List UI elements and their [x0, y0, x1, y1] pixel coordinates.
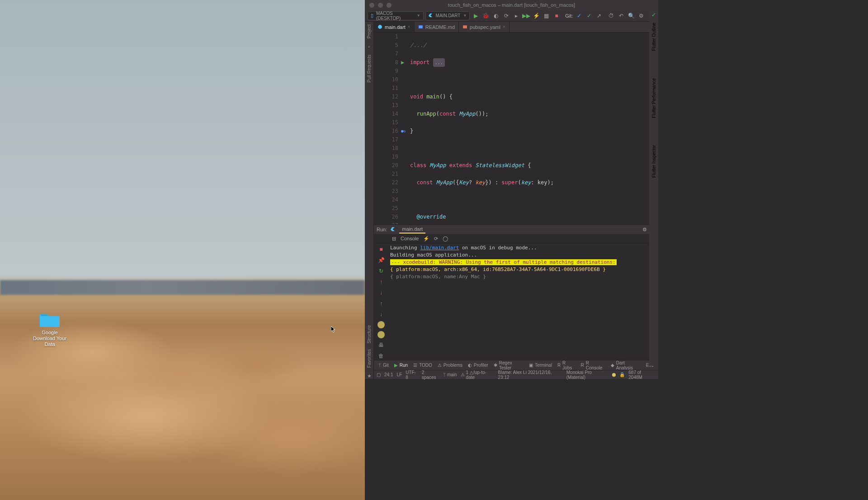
- run-side-buttons: ■ 📌 ↻ ↑ ↓ ↑ ↓ 🖶 🗑: [374, 243, 388, 360]
- chevron-down-icon: ▼: [463, 14, 467, 18]
- yaml-icon: [462, 24, 467, 29]
- window-title: touch_fish_on_macos – main.dart [touch_f…: [365, 2, 658, 8]
- flutter-performance-tool[interactable]: Flutter Performance: [651, 78, 656, 118]
- coverage-button[interactable]: ◐: [492, 11, 500, 20]
- reload-icon[interactable]: ⟳: [434, 236, 438, 242]
- console-label[interactable]: Console: [401, 236, 419, 241]
- git-label: Git:: [565, 13, 573, 19]
- pin-button[interactable]: 📌: [377, 256, 385, 264]
- close-icon[interactable]: ×: [408, 24, 410, 29]
- ghost-icon[interactable]: ◯: [443, 236, 448, 242]
- todo-tool-tab[interactable]: ☰TODO: [411, 363, 434, 368]
- warning-icon: ⚠: [438, 363, 442, 368]
- theme-dot-icon: [612, 373, 616, 377]
- project-tool[interactable]: Project: [367, 24, 372, 38]
- tab-label: pubspec.yaml: [470, 24, 500, 30]
- blame-status[interactable]: Blame: Alex Li 2021/12/16, 23:12: [498, 370, 562, 380]
- console-link[interactable]: lib/main.dart: [420, 245, 459, 251]
- print-button[interactable]: 🖶: [377, 341, 385, 349]
- flutter-icon: [429, 14, 433, 18]
- updates-status[interactable]: ⚠ 1 △/up-to-date: [461, 370, 495, 380]
- problems-tool-tab[interactable]: ⚠Problems: [436, 363, 464, 368]
- hot-reload-button[interactable]: ▶▶: [522, 11, 530, 20]
- git-commit-button[interactable]: ✓: [585, 11, 593, 20]
- desktop-folder[interactable]: Google Download Your Data: [32, 312, 68, 348]
- run-tab[interactable]: main.dart: [399, 225, 425, 234]
- git-history-button[interactable]: ⏱: [607, 11, 615, 20]
- main-toolbar: ▯ MACOS (DESKTOP) ▼ MAIN.DART ▼ ▶ 🐞 ◐ ⟳ …: [365, 10, 658, 22]
- left-tool-rail: Project ▫ Pull Requests Structure Favori…: [365, 22, 374, 379]
- close-icon[interactable]: ×: [503, 24, 505, 29]
- run-tool-tab[interactable]: ▶Run: [392, 363, 410, 368]
- git-branch[interactable]: ᛘ main: [443, 372, 457, 377]
- device-selector[interactable]: ▯ MACOS (DESKTOP) ▼: [368, 11, 424, 20]
- encoding[interactable]: UTF-8: [406, 370, 418, 380]
- device-name: MACOS (DESKTOP): [376, 11, 414, 21]
- dart-analysis-tool-tab[interactable]: ◆Dart Analysis: [609, 360, 642, 370]
- run-button[interactable]: ▶: [472, 11, 480, 20]
- flutter-outline-tool[interactable]: Flutter Outline: [651, 23, 656, 51]
- search-button[interactable]: 🔍: [627, 11, 635, 20]
- line-ending[interactable]: LF: [396, 372, 402, 377]
- devtools-button[interactable]: ▦: [542, 11, 551, 20]
- editor-tabs: main.dart × README.md pubspec.yaml ×: [374, 22, 658, 33]
- run-tool-window: Run: main.dart ⚙ — ⊟ Console ⚡ ⟳ ◯ ▤: [374, 224, 658, 360]
- console-expand-icon[interactable]: ⊟: [392, 236, 396, 242]
- svg-rect-1: [419, 25, 423, 28]
- r-console-tool-tab[interactable]: RR Console: [579, 360, 607, 370]
- cursor-position[interactable]: 24:1: [384, 372, 393, 377]
- rerun-button[interactable]: ↻: [377, 267, 385, 275]
- inspection-ok-icon[interactable]: ✓: [651, 12, 656, 18]
- git-push-button[interactable]: ↗: [595, 11, 603, 20]
- desktop-wallpaper: Google Download Your Data: [0, 0, 365, 500]
- git-tool-tab[interactable]: ᛘGit: [377, 363, 391, 368]
- down-button[interactable]: ↓: [377, 310, 385, 318]
- run-config-selector[interactable]: MAIN.DART ▼: [425, 11, 470, 20]
- tab-pubspec[interactable]: pubspec.yaml ×: [459, 22, 509, 32]
- nav-up-button[interactable]: ↑: [377, 278, 385, 286]
- bolt-icon[interactable]: ⚡: [423, 236, 429, 242]
- favorites-tool[interactable]: Favorites: [367, 349, 372, 368]
- folder-icon: [40, 312, 60, 328]
- flutter-inspector-tool[interactable]: Flutter Inspector: [651, 145, 656, 178]
- structure-tool[interactable]: Structure: [367, 325, 372, 344]
- trash-button[interactable]: 🗑: [377, 352, 385, 360]
- git-revert-button[interactable]: ↶: [617, 11, 625, 20]
- hot-restart-button[interactable]: ⚡: [532, 11, 540, 20]
- regex-icon: ✱: [494, 363, 497, 368]
- markdown-icon: [418, 24, 423, 29]
- line-number-gutter: 1 5 7 8 9 10 11 12 13 14 15 16 17 18 19 …: [374, 33, 401, 224]
- nav-down-button[interactable]: ↓: [377, 289, 385, 297]
- regex-tool-tab[interactable]: ✱Regex Tester: [492, 360, 525, 370]
- indent[interactable]: 2 spaces: [422, 370, 439, 380]
- tab-main-dart[interactable]: main.dart ×: [374, 22, 415, 32]
- gutter-icons: ▶ ●↻: [401, 33, 408, 224]
- terminal-tool-tab[interactable]: ▣Terminal: [527, 363, 554, 368]
- bottom-tool-tabs: ᛘGit ▶Run ☰TODO ⚠Problems ◐Profiler ✱Reg…: [374, 360, 658, 370]
- lock-icon[interactable]: 🔒: [619, 372, 625, 377]
- console-output[interactable]: Launching lib/main.dart on macOS in debu…: [388, 243, 658, 360]
- sidebar-toggle-icon[interactable]: ▢: [377, 372, 381, 377]
- tab-readme[interactable]: README.md: [415, 22, 459, 32]
- attach-button[interactable]: ▸: [512, 11, 520, 20]
- profiler-tool-tab[interactable]: ◐Profiler: [466, 363, 490, 368]
- gauge-icon: ◐: [468, 363, 472, 368]
- debug-button[interactable]: 🐞: [482, 11, 490, 20]
- up-button[interactable]: ↑: [377, 299, 385, 308]
- profile-button[interactable]: ⟳: [502, 11, 510, 20]
- pull-requests-tool[interactable]: Pull Requests: [367, 55, 372, 83]
- filter-button[interactable]: [377, 321, 385, 328]
- filter2-button[interactable]: [377, 331, 385, 338]
- stop-run-button[interactable]: ■: [377, 245, 385, 253]
- code-editor[interactable]: 1 5 7 8 9 10 11 12 13 14 15 16 17 18 19 …: [374, 33, 658, 224]
- dart-icon: [377, 24, 382, 29]
- gear-icon[interactable]: ⚙: [642, 227, 647, 233]
- dart-icon: ◆: [611, 363, 614, 368]
- r-jobs-tool-tab[interactable]: RR Jobs: [556, 360, 577, 370]
- stop-button[interactable]: ■: [552, 11, 561, 20]
- git-update-button[interactable]: ✓: [575, 11, 583, 20]
- terminal-icon: ▣: [529, 363, 533, 368]
- settings-button[interactable]: ⚙: [637, 11, 645, 20]
- theme-status[interactable]: Monokai Pro (Material): [566, 370, 616, 380]
- memory-status[interactable]: 687 of 2048M: [628, 370, 656, 380]
